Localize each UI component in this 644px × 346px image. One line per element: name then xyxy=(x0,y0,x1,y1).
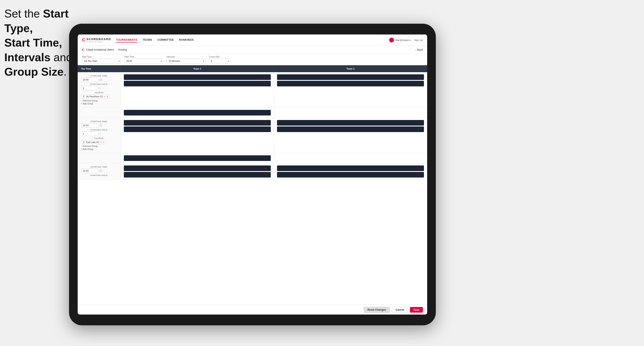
intervals-select[interactable]: 10 Minutes 8 Minutes 12 Minutes xyxy=(166,59,206,63)
reset-changes-button[interactable]: Reset Changes xyxy=(364,307,390,313)
player-dots-icon: ⋮ xyxy=(267,76,269,79)
player-dots-icon: ⋮ xyxy=(267,82,269,85)
save-button[interactable]: Save xyxy=(410,307,423,313)
player-remove-icon[interactable]: × xyxy=(264,167,266,170)
team2-cell-2: × ⋮ × ⋮ xyxy=(274,118,427,153)
table-row: STARTING TIME: 🕐 STARTING HOLE: 1 10 xyxy=(78,72,427,108)
player-row: × ⋮ xyxy=(124,172,271,177)
course-name-1: (A) Peachtree GC xyxy=(86,95,103,98)
player-dots-icon: ⋮ xyxy=(267,111,269,114)
player-row: × ⋮ xyxy=(124,120,271,126)
start-time-group: Start Time 10:00 09:00 11:00 xyxy=(124,56,163,63)
start-type-select-wrapper: 1st Tee Start Shotgun Start xyxy=(82,59,121,63)
clock-icon-3: 🕐 xyxy=(99,170,102,172)
settings-bar: Start Type 1st Tee Start Shotgun Start S… xyxy=(78,54,427,65)
course-remove-1[interactable]: × xyxy=(104,95,105,98)
instruction-bold2: Intervals xyxy=(4,51,50,64)
instruction-text: Set the Start Type, Start Time, Interval… xyxy=(4,6,73,79)
tablet-screen: C SCOREBOARD Powered by clipp.io TOURNAM… xyxy=(78,34,427,315)
player-dots-icon: ⋮ xyxy=(267,173,269,176)
start-type-group: Start Type 1st Tee Start Shotgun Start xyxy=(82,56,121,63)
start-time-select-wrapper: 10:00 09:00 11:00 xyxy=(124,59,163,63)
player-remove-icon[interactable]: × xyxy=(264,76,266,78)
player-remove-icon[interactable]: × xyxy=(264,128,266,131)
team1-cell-1b: × ⋮ xyxy=(121,108,274,118)
tee-left-spacer xyxy=(78,108,121,118)
start-time-select[interactable]: 10:00 09:00 11:00 xyxy=(124,59,163,63)
remove-circle-icon-1: ○ xyxy=(81,100,82,102)
nav-link-tournaments[interactable]: TOURNAMENTS xyxy=(116,37,138,43)
group-size-label: Group Size xyxy=(209,56,230,58)
start-type-select[interactable]: 1st Tee Start Shotgun Start xyxy=(82,59,121,63)
starting-hole-select-1[interactable]: 1 10 xyxy=(81,86,100,90)
course-label-1: COURSE: xyxy=(81,92,117,94)
player-row: × ⋮ xyxy=(124,155,271,161)
breadcrumb-tournament[interactable]: Clippd Invitational (Men) xyxy=(86,48,114,51)
player-remove-icon[interactable]: × xyxy=(418,167,419,170)
team2-cell-2b xyxy=(274,153,427,163)
content-area[interactable]: STARTING TIME: 🕐 STARTING HOLE: 1 10 xyxy=(78,72,427,305)
nav-links: TOURNAMENTS TEAMS COMMITTEE RANKINGS xyxy=(116,37,389,43)
cancel-button[interactable]: Cancel xyxy=(392,307,408,313)
remove-group-1[interactable]: ○ Remove Group xyxy=(81,100,117,102)
starting-time-input-row-3: 🕐 xyxy=(81,169,117,173)
add-group-2[interactable]: + Add Group xyxy=(81,148,117,150)
course-remove-2[interactable]: × xyxy=(100,141,102,144)
sign-out-link[interactable]: Sign out xyxy=(414,39,423,41)
add-group-1[interactable]: + Add Group xyxy=(81,103,117,105)
starting-hole-select-2[interactable]: 1 10 xyxy=(81,132,100,136)
player-remove-icon[interactable]: × xyxy=(264,157,266,160)
team2-cell-3: × ⋮ × ⋮ xyxy=(274,163,427,180)
player-dots-icon: ⋮ xyxy=(267,167,269,170)
breadcrumb-page: Hosting xyxy=(118,48,127,51)
start-type-label: Start Type xyxy=(82,56,121,58)
clock-icon-2: 🕐 xyxy=(99,124,102,127)
starting-time-input-1[interactable] xyxy=(81,78,98,82)
team2-cell-1: × ⋮ × ⋮ xyxy=(274,72,427,108)
course-edit-2[interactable]: ✎ xyxy=(103,141,104,144)
player-dots-icon: ⋮ xyxy=(420,167,422,170)
player-dots-icon: ⋮ xyxy=(420,82,422,85)
player-remove-icon[interactable]: × xyxy=(418,173,419,176)
course-flag-2: 🏌 xyxy=(83,141,85,144)
player-remove-icon[interactable]: × xyxy=(418,76,419,78)
player-remove-icon[interactable]: × xyxy=(264,122,266,124)
nav-link-teams[interactable]: TEAMS xyxy=(142,37,152,43)
remove-group-2[interactable]: ○ Remove Group xyxy=(81,145,117,147)
table-row: STARTING TIME: 🕐 STARTING HOLE: 1 10 xyxy=(78,118,427,153)
course-badge-2: 🏌 East Lake GC × ✎ xyxy=(81,140,106,144)
player-row: × ⋮ xyxy=(277,81,424,86)
add-group-label-1: + Add Group xyxy=(81,103,93,105)
player-remove-icon[interactable]: × xyxy=(264,111,266,114)
intervals-label: Intervals xyxy=(166,56,206,58)
starting-time-input-row-2: 🕐 xyxy=(81,123,117,128)
team1-cell-3: × ⋮ × ⋮ xyxy=(121,163,274,180)
starting-time-label-2: STARTING TIME: xyxy=(81,120,117,123)
logo-sub: Powered by clipp.io xyxy=(86,41,111,43)
starting-time-input-3[interactable] xyxy=(81,169,98,173)
player-row: × ⋮ xyxy=(277,166,424,171)
nav-link-committee[interactable]: COMMITTEE xyxy=(157,37,174,43)
starting-hole-select-wrap-2: 1 10 xyxy=(81,132,100,136)
table-row: STARTING TIME: 🕐 STARTING HOLE: × ⋮ × ⋮ xyxy=(78,163,427,180)
back-button[interactable]: ‹ Back xyxy=(416,48,423,51)
player-remove-icon[interactable]: × xyxy=(418,128,419,131)
player-remove-icon[interactable]: × xyxy=(418,82,419,85)
instruction-bold3: Group Size xyxy=(4,65,64,78)
starting-time-input-2[interactable] xyxy=(81,123,98,128)
nav-separator: | xyxy=(412,39,413,41)
course-edit-1[interactable]: ✎ xyxy=(106,95,108,98)
nav-link-rankings[interactable]: RANKINGS xyxy=(179,37,194,43)
team1-cell-2: × ⋮ × ⋮ xyxy=(121,118,274,153)
table-row: × ⋮ xyxy=(78,153,427,163)
player-dots-icon: ⋮ xyxy=(267,121,269,124)
starting-hole-select-wrap-1: 1 10 xyxy=(81,86,100,90)
group-size-select[interactable]: 3 2 4 xyxy=(209,59,230,63)
intervals-group: Intervals 10 Minutes 8 Minutes 12 Minute… xyxy=(166,56,206,63)
player-remove-icon[interactable]: × xyxy=(264,82,266,85)
nav-right: blair@clippd.io | Sign out xyxy=(389,38,423,42)
player-remove-icon[interactable]: × xyxy=(418,122,419,124)
course-label-2: COURSE: xyxy=(81,137,117,139)
player-remove-icon[interactable]: × xyxy=(264,173,266,176)
team2-cell-1b xyxy=(274,108,427,118)
